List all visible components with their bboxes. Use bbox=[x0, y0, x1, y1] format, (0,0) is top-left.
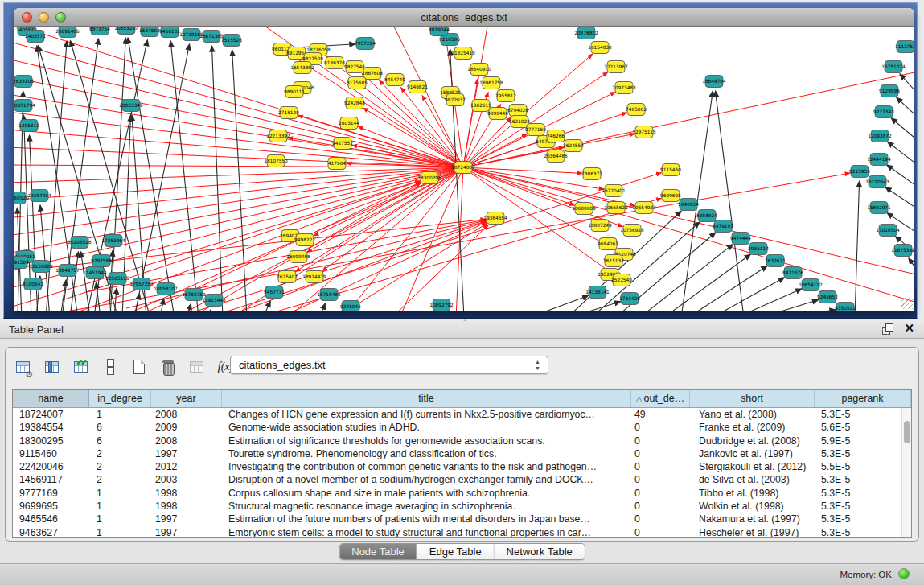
graph-node[interactable]: 7955812 bbox=[495, 90, 516, 102]
table-cell[interactable]: 22420046 bbox=[13, 460, 89, 473]
graph-node[interactable]: 19654923 bbox=[632, 202, 656, 214]
red-edge[interactable] bbox=[343, 167, 463, 311]
table-row[interactable]: 946362711997Embryonic stem cells: a mode… bbox=[13, 526, 911, 538]
graph-node[interactable]: 15892971 bbox=[867, 202, 891, 214]
graph-node[interactable]: 16648794 bbox=[702, 76, 726, 88]
table-cell[interactable]: Tibbo et al. (1998) bbox=[690, 487, 815, 500]
insert-column-button[interactable] bbox=[41, 356, 63, 378]
table-cell[interactable]: 5.3E-5 bbox=[815, 487, 911, 500]
table-cell[interactable]: 2003 bbox=[151, 473, 222, 486]
table-cell[interactable]: 1998 bbox=[151, 500, 222, 513]
graph-node[interactable]: 1362615 bbox=[470, 100, 491, 112]
graph-node[interactable]: 12213392 bbox=[266, 130, 290, 142]
table-cell[interactable]: 6 bbox=[89, 435, 151, 447]
table-cell[interactable]: Franke et al. (2009) bbox=[690, 421, 815, 434]
column-header-year[interactable]: year bbox=[151, 390, 222, 407]
graph-node[interactable]: 7386372 bbox=[581, 168, 602, 180]
red-edge[interactable] bbox=[14, 167, 463, 289]
table-cell[interactable]: 2012 bbox=[151, 460, 222, 473]
graph-node[interactable]: 10653257 bbox=[114, 27, 138, 35]
graph-node[interactable]: 9466162 bbox=[159, 27, 180, 38]
graph-node[interactable]: 2935114 bbox=[748, 243, 769, 255]
graph-node[interactable]: 9474444 bbox=[730, 233, 751, 245]
black-edge[interactable] bbox=[736, 289, 802, 311]
column-header-out-degree[interactable]: △out_de… bbox=[631, 390, 690, 407]
graph-node[interactable]: 10654112 bbox=[799, 279, 823, 291]
graph-node[interactable]: 3624554 bbox=[563, 140, 584, 152]
red-edge[interactable] bbox=[392, 225, 488, 311]
table-cell[interactable]: 5.3E-5 bbox=[815, 447, 911, 460]
graph-node[interactable]: 9427552 bbox=[332, 138, 353, 150]
column-header-short[interactable]: short bbox=[690, 390, 815, 407]
graph-node[interactable]: 17016504 bbox=[876, 225, 900, 237]
tab-network-table[interactable]: Network Table bbox=[495, 544, 585, 559]
table-cell[interactable]: Estimation of significance thresholds fo… bbox=[222, 435, 631, 447]
table-cell[interactable]: Corpus callosum shape and size in male p… bbox=[222, 487, 631, 500]
table-cell[interactable]: 1 bbox=[89, 526, 151, 538]
graph-node[interactable]: 18300295 bbox=[417, 172, 441, 184]
graph-node[interactable]: 13942757 bbox=[55, 265, 80, 277]
table-cell[interactable]: Investigating the contribution of common… bbox=[222, 460, 631, 473]
table-row[interactable]: 977716911998Corpus callosum shape and si… bbox=[13, 487, 911, 500]
black-edge[interactable] bbox=[208, 309, 211, 311]
import-table-disabled-button[interactable] bbox=[186, 356, 207, 378]
graph-node[interactable]: 20364486 bbox=[544, 150, 568, 163]
graph-node[interactable]: 9245045 bbox=[340, 301, 361, 311]
table-cell[interactable]: 9463627 bbox=[13, 526, 89, 538]
graph-node[interactable]: 9245652 bbox=[817, 291, 838, 303]
graph-node[interactable]: 20053346 bbox=[119, 100, 143, 112]
black-edge[interactable] bbox=[319, 303, 325, 311]
black-edge[interactable] bbox=[888, 142, 914, 170]
table-row[interactable]: 969969511998Structural magnetic resonanc… bbox=[13, 500, 911, 513]
black-edge[interactable] bbox=[712, 278, 785, 311]
table-cell[interactable]: 1 bbox=[89, 487, 151, 500]
table-cell[interactable]: 1997 bbox=[151, 447, 222, 460]
table-row[interactable]: 1872400712008Changes of HCN gene express… bbox=[13, 408, 911, 421]
graph-node[interactable]: 9699695 bbox=[660, 190, 681, 202]
graph-node[interactable]: 8100641 bbox=[23, 278, 43, 290]
black-edge[interactable] bbox=[891, 118, 914, 146]
graph-node[interactable]: 10756928 bbox=[620, 225, 644, 237]
graph-node[interactable]: 1640954 bbox=[678, 199, 699, 211]
graph-node[interactable]: 9227343 bbox=[873, 106, 894, 118]
column-header-name[interactable]: name bbox=[13, 390, 89, 407]
graph-node[interactable]: 9684067 bbox=[598, 238, 618, 250]
table-cell[interactable]: 14569117 bbox=[13, 473, 89, 486]
graph-node[interactable]: 7957224 bbox=[355, 38, 376, 50]
graph-node[interactable]: 11675333 bbox=[891, 245, 914, 257]
table-row[interactable]: 1830029562008Estimation of significance … bbox=[13, 435, 911, 447]
graph-node[interactable]: 8958924 bbox=[696, 210, 717, 222]
red-edge[interactable] bbox=[288, 138, 463, 167]
graph-node[interactable]: 7515526 bbox=[221, 35, 242, 47]
black-edge[interactable] bbox=[134, 294, 139, 311]
black-edge[interactable] bbox=[663, 254, 750, 311]
graph-node[interactable]: 9890111 bbox=[284, 86, 305, 98]
red-edge[interactable] bbox=[463, 167, 914, 276]
graph-node[interactable]: 11923448 bbox=[202, 295, 226, 307]
table-cell[interactable]: Wolkin et al. (1998) bbox=[690, 500, 815, 513]
black-edge[interactable] bbox=[900, 74, 914, 101]
graph-node[interactable]: 3175685 bbox=[347, 77, 368, 89]
table-cell[interactable]: 1997 bbox=[151, 526, 222, 538]
splitter-grip-icon[interactable]: ⌃ bbox=[462, 319, 469, 327]
black-edge[interactable] bbox=[114, 288, 117, 311]
network-view-window[interactable]: citations_edges.txt 24055722405571206914… bbox=[14, 8, 914, 311]
black-edge[interactable] bbox=[688, 266, 767, 311]
table-cell[interactable]: 5.3E-5 bbox=[815, 408, 911, 421]
table-cell[interactable]: Stergiakouli et al. (2012) bbox=[690, 460, 815, 473]
graph-node[interactable]: 9890448 bbox=[487, 108, 508, 120]
table-cell[interactable]: 0 bbox=[631, 473, 690, 486]
graph-node[interactable]: 9297588 bbox=[91, 255, 112, 267]
table-cell[interactable]: de Silva et al. (2003) bbox=[690, 473, 815, 486]
graph-node[interactable]: 20206526 bbox=[68, 237, 92, 249]
column-header-in-degree[interactable]: in_degree bbox=[89, 390, 151, 407]
graph-node[interactable]: 8215953 bbox=[849, 166, 870, 178]
graph-node[interactable]: 14136141 bbox=[585, 286, 610, 299]
graph-node[interactable]: 15718485 bbox=[317, 289, 341, 301]
graph-node[interactable]: 11156829 bbox=[29, 261, 53, 273]
graph-node[interactable]: 9391504 bbox=[14, 257, 29, 269]
graph-node[interactable]: 19384554 bbox=[483, 212, 507, 225]
red-edge[interactable] bbox=[463, 167, 575, 205]
red-edge[interactable] bbox=[335, 223, 487, 311]
black-edge[interactable] bbox=[715, 91, 744, 311]
